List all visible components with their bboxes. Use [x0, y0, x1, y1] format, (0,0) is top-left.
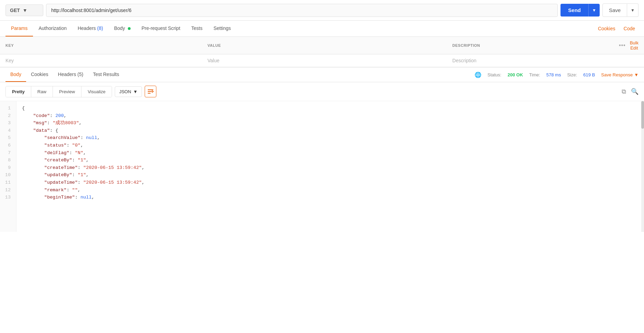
- value-cell[interactable]: Value: [202, 54, 447, 67]
- scrollbar-thumb[interactable]: [641, 101, 644, 129]
- tabs-right: Cookies Code: [595, 21, 639, 36]
- response-section: Body Cookies Headers (5) Test Results 🌐 …: [0, 67, 644, 232]
- code-line-1: {: [22, 105, 636, 112]
- copy-button[interactable]: ⧉: [622, 88, 626, 95]
- tab-params[interactable]: Params: [5, 21, 33, 36]
- tab-body[interactable]: Body: [109, 21, 136, 36]
- send-button[interactable]: Send: [560, 4, 588, 17]
- code-line-13: "beginTime": null,: [22, 194, 636, 201]
- top-bar: GET ▼ Send ▼ Save ▼: [0, 0, 644, 21]
- json-type-select[interactable]: JSON ▼: [115, 86, 142, 97]
- tab-tests[interactable]: Tests: [186, 21, 208, 36]
- code-line-7: "delFlag": "N",: [22, 149, 636, 157]
- send-group: Send ▼: [560, 4, 600, 17]
- format-tab-visualize[interactable]: Visualize: [81, 86, 112, 97]
- tab-link-cookies[interactable]: Cookies: [595, 21, 619, 36]
- tab-settings[interactable]: Settings: [208, 21, 236, 36]
- code-line-3: "msg": "成功8003",: [22, 119, 636, 127]
- tab-pre-request-script[interactable]: Pre-request Script: [136, 21, 186, 36]
- table-row: Key Value Description: [0, 54, 644, 67]
- wrap-icon-svg: [147, 88, 154, 95]
- code-content: { "code": 200, "msg": "成功8003", "data": …: [16, 101, 641, 232]
- response-tab-cookies[interactable]: Cookies: [26, 67, 53, 82]
- format-tab-preview[interactable]: Preview: [53, 86, 81, 97]
- col-desc-header: DESCRIPTION: [447, 37, 613, 54]
- col-actions-header: ••• Bulk Edit: [613, 37, 644, 54]
- method-select[interactable]: GET ▼: [5, 4, 43, 16]
- url-input[interactable]: [46, 4, 558, 17]
- save-button[interactable]: Save: [602, 3, 627, 17]
- desc-cell[interactable]: Description: [447, 54, 613, 67]
- request-tabs-bar: Params Authorization Headers (8) Body Pr…: [0, 21, 644, 37]
- toolbar-right: ⧉ 🔍: [622, 88, 639, 95]
- response-tab-body[interactable]: Body: [5, 67, 26, 82]
- body-dot: [128, 27, 131, 30]
- code-line-4: "data": {: [22, 127, 636, 135]
- row-actions-cell: [613, 54, 644, 67]
- size-value: 619 B: [583, 72, 595, 77]
- globe-icon[interactable]: 🌐: [475, 72, 481, 78]
- response-tab-headers[interactable]: Headers (5): [53, 67, 88, 82]
- send-dropdown-button[interactable]: ▼: [588, 4, 600, 17]
- format-tab-pretty[interactable]: Pretty: [6, 86, 31, 97]
- col-value-header: VALUE: [202, 37, 447, 54]
- bulk-edit-button[interactable]: Bulk Edit: [630, 40, 639, 51]
- method-label: GET: [10, 8, 20, 13]
- key-cell[interactable]: Key: [0, 54, 202, 67]
- method-dropdown-icon: ▼: [23, 8, 27, 13]
- json-type-label: JSON: [119, 89, 131, 94]
- code-line-5: "searchValue": null,: [22, 134, 636, 142]
- time-value: 578 ms: [546, 72, 561, 77]
- response-toolbar: Pretty Raw Preview Visualize JSON ▼ ⧉ 🔍: [0, 82, 644, 101]
- response-tabs-bar: Body Cookies Headers (5) Test Results 🌐 …: [0, 67, 644, 82]
- save-response-dropdown-icon: ▼: [634, 72, 639, 77]
- code-line-2: "code": 200,: [22, 112, 636, 120]
- code-line-8: "createBy": "1",: [22, 157, 636, 164]
- size-label: Size:: [567, 72, 577, 77]
- code-area: 1 2 3 4 5 6 7 8 9 10 11 12 13 { "code": …: [0, 101, 644, 232]
- status-label: Status:: [488, 72, 501, 77]
- more-options-icon[interactable]: •••: [619, 42, 626, 49]
- save-dropdown-button[interactable]: ▼: [627, 3, 639, 17]
- json-type-dropdown-icon: ▼: [133, 89, 138, 94]
- line-numbers: 1 2 3 4 5 6 7 8 9 10 11 12 13: [0, 101, 16, 232]
- code-line-10: "updateBy": "1",: [22, 171, 636, 179]
- search-button[interactable]: 🔍: [631, 88, 639, 95]
- wrap-lines-button[interactable]: [145, 86, 156, 97]
- code-line-9: "createTime": "2020-06-15 13:59:42",: [22, 164, 636, 172]
- format-tabs: Pretty Raw Preview Visualize: [5, 86, 112, 97]
- code-line-12: "remark": "",: [22, 186, 636, 194]
- col-key-header: KEY: [0, 37, 202, 54]
- params-table: KEY VALUE DESCRIPTION ••• Bulk Edit Key …: [0, 37, 644, 67]
- tab-link-code[interactable]: Code: [620, 21, 639, 36]
- tab-authorization[interactable]: Authorization: [33, 21, 72, 36]
- status-value: 200 OK: [508, 72, 523, 77]
- time-label: Time:: [529, 72, 540, 77]
- code-line-11: "updateTime": "2020-06-15 13:59:42",: [22, 179, 636, 186]
- save-group: Save ▼: [602, 3, 639, 17]
- tab-headers[interactable]: Headers (8): [72, 21, 109, 36]
- code-line-6: "status": "0",: [22, 142, 636, 149]
- response-tab-test-results[interactable]: Test Results: [88, 67, 124, 82]
- response-meta: 🌐 Status: 200 OK Time: 578 ms Size: 619 …: [475, 72, 639, 78]
- format-tab-raw[interactable]: Raw: [31, 86, 53, 97]
- headers-badge: (8): [97, 25, 103, 31]
- scrollbar-track[interactable]: [641, 101, 644, 232]
- save-response-button[interactable]: Save Response ▼: [601, 72, 639, 77]
